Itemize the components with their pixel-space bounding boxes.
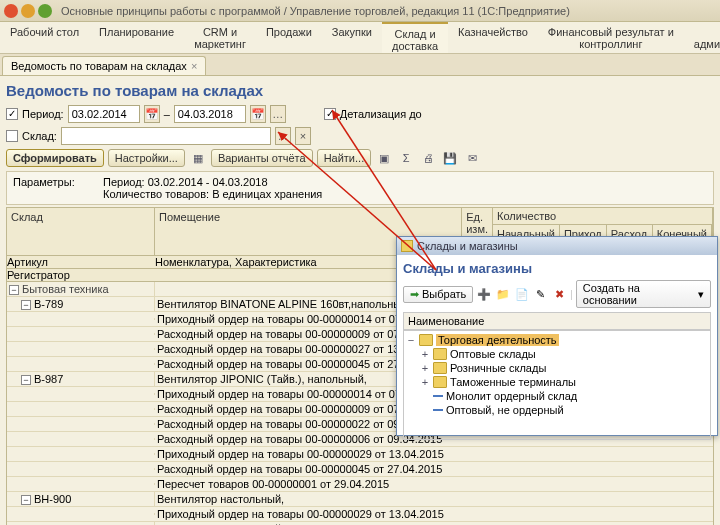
tree-node[interactable]: +Таможенные терминалы [406,375,708,389]
tree-node-label: Таможенные терминалы [450,376,576,388]
detail-checkbox[interactable]: ✓ [324,108,336,120]
create-based-button[interactable]: Создать на основании▾ [576,280,711,308]
twist-icon[interactable]: + [420,362,430,374]
folder-icon [433,348,447,360]
mail-icon[interactable]: ✉ [463,149,481,167]
params-label: Параметры: [13,176,103,188]
twist-icon[interactable]: − [21,300,31,310]
add-icon[interactable]: ➕ [476,286,492,302]
calendar-icon[interactable]: 📅 [144,105,160,123]
twist-icon[interactable]: − [21,375,31,385]
find-button[interactable]: Найти... [317,149,372,167]
date-to-input[interactable] [174,105,246,123]
menu-icon[interactable]: ▦ [189,149,207,167]
minimize-window-icon[interactable] [21,4,35,18]
report-tab[interactable]: Ведомость по товарам на складах × [2,56,206,75]
maximize-window-icon[interactable] [38,4,52,18]
grid-row[interactable]: −ВН-900Вентилятор настольный, [7,492,713,507]
tree-node[interactable]: +Оптовые склады [406,347,708,361]
settings-button[interactable]: Настройки... [108,149,185,167]
folder-icon [433,376,447,388]
delete-icon[interactable]: ✖ [551,286,567,302]
popup-titlebar[interactable]: Склады и магазины [397,237,717,255]
tree-node-label: Оптовый, не ордерный [446,404,564,416]
menu-item[interactable]: Закупки [322,22,382,53]
twist-icon[interactable]: − [406,334,416,346]
item-icon [433,409,443,411]
tree-header[interactable]: Наименование [403,312,711,330]
grid-row[interactable]: Пересчет товаров 00-00000001 от 29.04.20… [7,477,713,492]
sum-icon[interactable]: Σ [397,149,415,167]
main-menu: Рабочий столПланированиеCRM имаркетингПр… [0,22,720,54]
sklad-select-button[interactable]: ... [275,127,291,145]
grid-row[interactable]: Расходный ордер на товары 00-00000045 от… [7,462,713,477]
menu-item[interactable]: Рабочий стол [0,22,89,53]
tab-label: Ведомость по товарам на складах [11,60,187,72]
tree-node[interactable]: Монолит ордерный склад [406,389,708,403]
menu-item[interactable]: CRM имаркетинг [184,22,256,53]
params-line1: Период: 03.02.2014 - 04.03.2018 [103,176,268,188]
page-title: Ведомость по товарам на складах [6,82,714,99]
print-icon[interactable]: 🖨 [419,149,437,167]
twist-icon[interactable]: + [420,348,430,360]
twist-icon[interactable]: + [420,376,430,388]
save-icon[interactable]: 💾 [441,149,459,167]
period-label: Период: [22,108,64,120]
add-folder-icon[interactable]: 📁 [495,286,511,302]
sklad-checkbox[interactable] [6,130,18,142]
popup-toolbar: ➡Выбрать ➕ 📁 📄 ✎ ✖ | Создать на основани… [403,280,711,308]
sklad-label: Склад: [22,130,57,142]
grid-row[interactable]: Приходный ордер на товары 00-00000029 от… [7,507,713,522]
tree-node[interactable]: −Торговая деятельность [406,333,708,347]
close-window-icon[interactable] [4,4,18,18]
sklad-tree[interactable]: −Торговая деятельность+Оптовые склады+Ро… [403,330,711,440]
col-registrator[interactable]: Регистратор [7,269,155,281]
twist-icon[interactable]: − [9,285,19,295]
period-checkbox[interactable]: ✓ [6,108,18,120]
date-from-input[interactable] [68,105,140,123]
item-icon [433,395,443,397]
menu-item[interactable]: Финансовый результат иконтроллинг [538,22,684,53]
params-line2: Количество товаров: В единицах хранения [103,188,322,200]
menu-item[interactable]: Склад идоставка [382,22,448,53]
period-dropdown-icon[interactable]: … [270,105,286,123]
form-button[interactable]: Сформировать [6,149,104,167]
tree-node[interactable]: Оптовый, не ордерный [406,403,708,417]
select-button[interactable]: ➡Выбрать [403,286,473,303]
parameters-panel: Параметры:Период: 03.02.2014 - 04.03.201… [6,171,714,205]
sklad-input[interactable] [61,127,271,145]
twist-icon[interactable]: − [21,495,31,505]
sklad-clear-icon[interactable]: × [295,127,311,145]
menu-item[interactable]: НСИ иадминистрирование [684,22,720,53]
copy-icon[interactable]: 📄 [514,286,530,302]
col-qty-group: Количество [493,208,712,225]
menu-item[interactable]: Продажи [256,22,322,53]
folder-icon [433,362,447,374]
close-tab-icon[interactable]: × [191,60,197,72]
popup-window-title: Склады и магазины [417,240,518,252]
app-icon [401,240,413,252]
dash: – [164,108,170,120]
tab-bar: Ведомость по товарам на складах × [0,54,720,76]
sklad-popup: Склады и магазины Склады и магазины ➡Выб… [396,236,718,436]
menu-item[interactable]: Казначейство [448,22,538,53]
folder-icon [419,334,433,346]
col-article[interactable]: Артикул [7,256,155,268]
expand-icon[interactable]: ▣ [375,149,393,167]
detail-label: Детализация до [340,108,422,120]
tree-node[interactable]: +Розничные склады [406,361,708,375]
tree-node-label: Монолит ордерный склад [446,390,577,402]
report-toolbar: Сформировать Настройки... ▦ Варианты отч… [6,149,714,167]
variants-button[interactable]: Варианты отчёта [211,149,313,167]
calendar-icon[interactable]: 📅 [250,105,266,123]
tree-node-label: Розничные склады [450,362,546,374]
popup-heading: Склады и магазины [403,261,711,276]
col-sklad[interactable]: Склад [7,208,155,255]
menu-item[interactable]: Планирование [89,22,184,53]
edit-icon[interactable]: ✎ [533,286,549,302]
window-title: Основные принципы работы с программой / … [61,5,570,17]
tree-node-label: Торговая деятельность [436,334,559,346]
grid-row[interactable]: Приходный ордер на товары 00-00000029 от… [7,447,713,462]
tree-node-label: Оптовые склады [450,348,536,360]
window-titlebar: Основные принципы работы с программой / … [0,0,720,22]
